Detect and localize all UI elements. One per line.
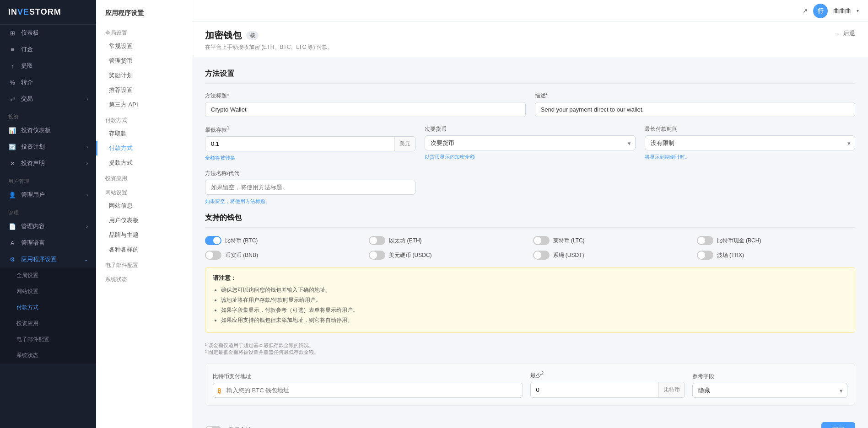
sidebar-item-label: 转介	[21, 78, 33, 86]
second-sidebar-referral-settings[interactable]: 推荐设置	[96, 83, 192, 97]
footnotes: ¹ 该金额仅适用于超过基本最低存款金额的情况。 ² 固定最低金额将被设置并覆盖任…	[205, 342, 855, 356]
topbar: ↗ 行 曲曲曲 ▾	[192, 0, 868, 22]
wallet-label-usdc: 美元硬币 (USDC)	[389, 251, 431, 259]
notice-box: 请注意： 确保您可以访问您的钱包并输入正确的地址。 该地址将在用户存款/付款时显…	[205, 267, 855, 333]
sidebar-item-label: 投资计划	[21, 143, 45, 151]
description-field-input[interactable]	[535, 102, 856, 117]
method-name-input[interactable]	[205, 180, 415, 195]
transfer-icon: %	[8, 78, 16, 86]
wallet-label-btc: 比特币 (BTC)	[225, 237, 258, 245]
sidebar-item-dashboard[interactable]: ⊞ 仪表板	[0, 25, 96, 41]
sub-system-status[interactable]: 系统状态	[0, 348, 96, 364]
trading-icon: ⇄	[8, 95, 16, 103]
wallets-section-title: 支持的钱包	[205, 213, 855, 228]
sub-email-config[interactable]: 电子邮件配置	[0, 332, 96, 348]
enable-toggle[interactable]	[205, 426, 221, 428]
min-deposit-hint: 全额将被转换	[205, 155, 415, 161]
section-label-global: 全局设置	[96, 25, 192, 39]
btc-addr-input[interactable]	[225, 383, 518, 397]
btc-min-input[interactable]	[531, 383, 659, 397]
user-avatar[interactable]: 行	[813, 4, 828, 18]
orders-icon: ≡	[8, 45, 16, 54]
second-sidebar-third-party-api[interactable]: 第三方 API	[96, 97, 192, 112]
method-settings-title: 方法设置	[205, 69, 855, 84]
sub-invest-apps[interactable]: 投资应用	[0, 316, 96, 332]
sidebar-item-invest-statement[interactable]: ✕ 投资声明 ›	[0, 155, 96, 171]
admin-section-label: 管理	[0, 203, 96, 218]
chevron-right-icon: ›	[86, 144, 88, 150]
wallet-label-usdt: 系绳 (USDT)	[553, 251, 584, 259]
notice-item-4: 如果应用支持的钱包但未添加地址，则它将自动停用。	[221, 316, 847, 324]
section-label-payment: 付款方式	[96, 112, 192, 126]
wallet-toggle-usdt[interactable]	[533, 251, 550, 260]
btc-addr-group: 比特币支付地址 ₿	[213, 373, 523, 398]
secondary-currency-select[interactable]: 次要货币	[425, 135, 635, 150]
method-name-label: 方法名称/代代	[205, 170, 415, 177]
wallet-toggle-btc[interactable]	[205, 236, 221, 245]
second-sidebar-manage-currency[interactable]: 管理货币	[96, 54, 192, 68]
max-payment-time-label: 最长付款时间	[645, 125, 855, 133]
sidebar-item-orders[interactable]: ≡ 订金	[0, 41, 96, 58]
second-sidebar-user-dashboard[interactable]: 用户仪表板	[96, 213, 192, 228]
label-field-input[interactable]	[205, 102, 526, 117]
wallet-toggle-usdc[interactable]	[369, 251, 385, 260]
sidebar-item-manage-content[interactable]: 📄 管理内容 ›	[0, 218, 96, 235]
sub-site-settings[interactable]: 网站设置	[0, 284, 96, 300]
invest-dashboard-icon: 📊	[8, 126, 16, 134]
wallet-item-eth: 以太坊 (ETH)	[369, 236, 527, 245]
wallet-toggle-bch[interactable]	[697, 236, 713, 245]
sub-payment-methods[interactable]: 付款方式	[0, 300, 96, 316]
sidebar-item-manage-lang[interactable]: A 管理语言	[0, 235, 96, 251]
form-row-deposit-currency-time: 最低存款1 美元 全额将被转换 次要货币 次要货币	[205, 125, 855, 161]
btc-min-input-wrap: 比特币	[530, 382, 685, 398]
wallet-label-bnb: 币安币 (BNB)	[225, 251, 258, 259]
sidebar-item-invest-plans[interactable]: 🔄 投资计划 ›	[0, 139, 96, 155]
sidebar-item-label: 投资声明	[21, 159, 45, 167]
notice-item-1: 确保您可以访问您的钱包并输入正确的地址。	[221, 286, 847, 294]
sidebar-item-withdraw[interactable]: ↑ 提取	[0, 58, 96, 74]
sidebar-item-invest-dashboard[interactable]: 📊 投资仪表板	[0, 122, 96, 139]
second-sidebar-brand-theme[interactable]: 品牌与主题	[96, 228, 192, 242]
method-name-group: 方法名称/代代 如果留空，将使用方法标题。	[205, 170, 415, 205]
invest-plans-icon: 🔄	[8, 143, 16, 151]
sidebar-item-transfer[interactable]: % 转介	[0, 74, 96, 91]
invest-statement-icon: ✕	[8, 159, 16, 167]
withdraw-icon: ↑	[8, 62, 16, 70]
sidebar-item-label: 仪表板	[21, 29, 39, 37]
wallet-toggle-trx[interactable]	[697, 251, 713, 260]
second-sidebar-common-settings[interactable]: 常规设置	[96, 39, 192, 54]
chevron-right-icon: ›	[86, 224, 88, 229]
second-sidebar-various[interactable]: 各种各样的	[96, 242, 192, 257]
second-sidebar-reward-plan[interactable]: 奖励计划	[96, 68, 192, 83]
sidebar-item-manage-users[interactable]: 👤 管理用户 ›	[0, 187, 96, 203]
page-header-left: 加密钱包 核 在平台上手动接收加密 (ETH、BTC、LTC 等) 付款。	[205, 29, 333, 51]
second-sidebar-site-info[interactable]: 网站信息	[96, 198, 192, 213]
wallet-toggle-ltc[interactable]	[533, 236, 550, 245]
wallet-item-bnb: 币安币 (BNB)	[205, 251, 363, 260]
content-icon: 📄	[8, 222, 16, 230]
min-deposit-input[interactable]	[205, 137, 394, 151]
sub-global-settings[interactable]: 全局设置	[0, 268, 96, 284]
wallet-toggle-bnb[interactable]	[205, 251, 221, 260]
back-button[interactable]: ← 后退	[835, 29, 855, 37]
save-button[interactable]: 更新	[821, 422, 855, 428]
max-payment-time-select[interactable]: 没有限制	[645, 135, 855, 150]
wallet-item-btc: 比特币 (BTC)	[205, 236, 363, 245]
btc-ref-select[interactable]: 隐藏 显示 必填	[692, 383, 847, 398]
secondary-currency-group: 次要货币 次要货币 以货币显示的加密全额	[425, 125, 635, 161]
sidebar-item-app-settings[interactable]: ⚙ 应用程序设置 ⌄	[0, 251, 96, 268]
wallet-toggle-eth[interactable]	[369, 236, 385, 245]
description-field-group: 描述*	[535, 92, 856, 117]
page-badge: 核	[246, 31, 259, 40]
method-name-hint: 如果留空，将使用方法标题。	[205, 198, 415, 205]
btc-min-sup: 2	[541, 371, 544, 376]
second-sidebar-withdraw-methods[interactable]: 提款方式	[96, 155, 192, 170]
second-sidebar-payment-methods[interactable]: 付款方式	[96, 141, 192, 155]
sidebar-item-label: 交易	[21, 95, 33, 103]
sidebar-item-label: 管理用户	[21, 191, 45, 199]
sidebar-item-trading[interactable]: ⇄ 交易 ›	[0, 91, 96, 107]
external-link-icon[interactable]: ↗	[803, 7, 808, 14]
user-name[interactable]: 曲曲曲	[833, 7, 851, 15]
second-sidebar-deposit[interactable]: 存取款	[96, 126, 192, 141]
section-label-email: 电子邮件配置	[96, 257, 192, 271]
